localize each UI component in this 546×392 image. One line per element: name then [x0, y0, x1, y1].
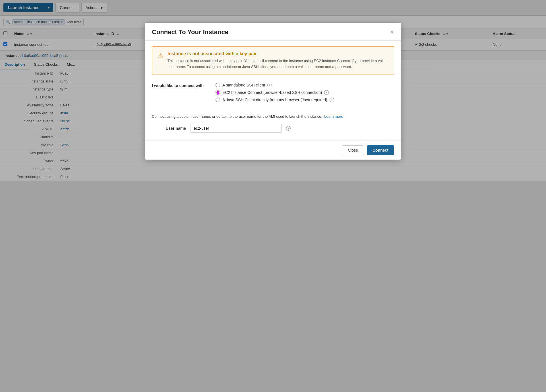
option-standalone[interactable]: A standalone SSH client i	[216, 83, 334, 87]
modal-close-button[interactable]: ×	[390, 29, 394, 35]
user-name-label: User name	[152, 126, 186, 131]
warning-box: ⚠ Instance is not associated with a key …	[152, 46, 394, 75]
standalone-info-icon[interactable]: i	[267, 83, 272, 87]
learn-more-link[interactable]: Learn more	[324, 114, 343, 119]
java-ssh-info-icon[interactable]: i	[330, 98, 334, 102]
connect-modal: Connect To Your Instance × ⚠ Instance is…	[145, 23, 401, 160]
option-java-ssh[interactable]: A Java SSH Client directly from my brows…	[216, 98, 334, 102]
option-ec2-connect-label: EC2 Instance Connect (browser-based SSH …	[222, 90, 322, 95]
warning-title: Instance is not associated with a key pa…	[167, 51, 388, 56]
username-info-icon[interactable]: i	[286, 126, 291, 131]
modal-backdrop: Connect To Your Instance × ⚠ Instance is…	[0, 0, 546, 181]
user-name-row: User name i	[152, 124, 394, 133]
divider-1	[152, 108, 394, 108]
modal-header: Connect To Your Instance ×	[145, 23, 401, 41]
user-name-input[interactable]	[191, 124, 282, 133]
custom-user-text-content: Connect using a custom user name, or def…	[152, 114, 322, 119]
connect-section: I would like to connect with A standalon…	[152, 82, 394, 102]
close-modal-button[interactable]: Close	[342, 145, 364, 155]
modal-body: ⚠ Instance is not associated with a key …	[145, 41, 401, 141]
custom-user-text: Connect using a custom user name, or def…	[152, 114, 394, 120]
connect-modal-button[interactable]: Connect	[367, 145, 394, 155]
warning-icon: ⚠	[158, 52, 164, 70]
radio-ec2-connect[interactable]	[216, 90, 220, 95]
option-standalone-label: A standalone SSH client	[222, 83, 265, 87]
connection-radio-group: A standalone SSH client i EC2 Instance C…	[216, 82, 334, 102]
custom-user-section: Connect using a custom user name, or def…	[152, 114, 394, 133]
connect-row: I would like to connect with A standalon…	[152, 82, 394, 102]
option-java-ssh-label: A Java SSH Client directly from my brows…	[222, 98, 327, 102]
modal-title: Connect To Your Instance	[152, 28, 228, 36]
warning-text: This instance is not associated with a k…	[167, 58, 388, 70]
ec2-connect-info-icon[interactable]: i	[324, 90, 329, 95]
radio-standalone[interactable]	[216, 83, 220, 87]
radio-java-ssh[interactable]	[216, 98, 220, 102]
option-ec2-connect[interactable]: EC2 Instance Connect (browser-based SSH …	[216, 90, 334, 95]
connect-with-label: I would like to connect with	[152, 82, 209, 88]
warning-content: Instance is not associated with a key pa…	[167, 51, 388, 70]
modal-footer: Close Connect	[145, 141, 401, 160]
